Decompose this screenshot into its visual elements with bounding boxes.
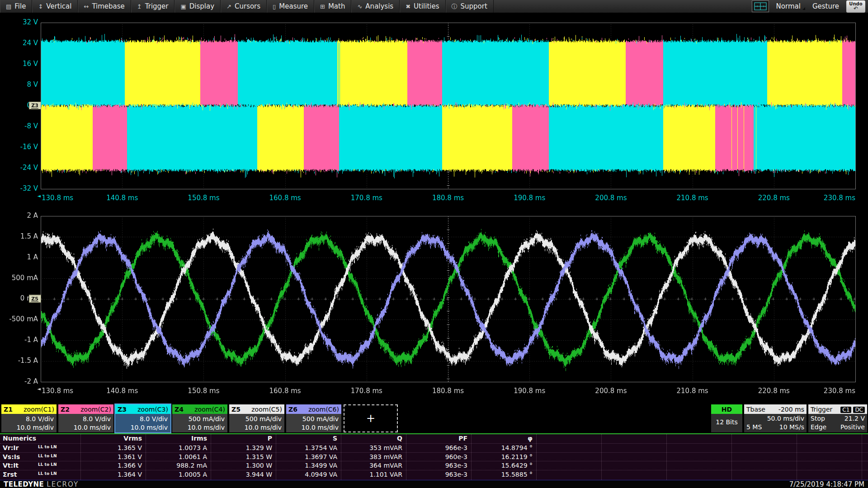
cursor-arrow-icon: ↗	[226, 4, 231, 9]
menu-item-label: Math	[328, 2, 345, 10]
value-cell: 15.5885 °	[474, 471, 533, 478]
status-bar: TELEDYNELECROY 7/25/2019 4:18:47 PM	[0, 480, 868, 488]
menu-item-timebase[interactable]: ↔Timebase	[78, 0, 131, 13]
numerics-table[interactable]: NumericsVrmsIrmsPSQPFφVr:IrLL to LN1.365…	[0, 433, 868, 481]
timebase-box-body: 50.0 ms/div5 MS10 MS/s	[744, 414, 807, 432]
value-cell: 1.101 VAR	[344, 471, 402, 478]
numerics-table-body: NumericsVrmsIrmsPSQPFφVr:IrLL to LN1.365…	[0, 434, 868, 480]
descriptor-strip: Z1zoom(C1)8.0 V/div10.0 ms/divZ2zoom(C2)…	[0, 404, 868, 433]
file-icon: ▤	[6, 4, 11, 9]
value-cell: 963e-3	[409, 462, 467, 469]
trace-descriptor-z6[interactable]: Z6zoom(C6)500 mA/div10.0 ms/div	[286, 404, 341, 432]
trace-settings: 500 mA/div10.0 ms/div	[172, 414, 227, 432]
trace-header: Z2zoom(C2)	[58, 404, 113, 414]
trace-header: Z3zoom(C3)	[115, 404, 170, 414]
menu-item-cursors[interactable]: ↗Cursors	[221, 0, 267, 13]
value-cell: 1.0073 A	[148, 444, 207, 451]
utilities-tools-icon: ✖	[406, 4, 410, 9]
measure-gauge-icon: ▯	[273, 4, 276, 9]
menu-item-label: Analysis	[365, 2, 393, 10]
menu-item-measure[interactable]: ▯Measure	[267, 0, 314, 13]
column-header-1: Irms	[148, 435, 207, 442]
calculator-icon: ⊞	[320, 4, 325, 9]
column-header-6: φ	[474, 435, 533, 442]
trace-settings: 8.0 V/div10.0 ms/div	[1, 414, 57, 432]
trigger-source-badge: C1	[840, 407, 851, 413]
trace-descriptor-z1[interactable]: Z1zoom(C1)8.0 V/div10.0 ms/div	[1, 404, 57, 432]
row-sub-label: LL to LN	[38, 462, 57, 467]
menu-item-analysis[interactable]: ∿Analysis	[351, 0, 400, 13]
value-cell: 16.2119 °	[474, 453, 533, 460]
vertical-arrows-icon: ↕	[38, 4, 43, 9]
row-sub-label: LL to LN	[38, 454, 57, 458]
numerics-row-3: ΣrstLL to LN1.364 V1.0005 A3.944 W4.0949…	[0, 470, 868, 479]
menu-item-label: Measure	[279, 2, 308, 10]
trace-descriptor-z5[interactable]: Z5zoom(C5)500 mA/div10.0 ms/div	[229, 404, 284, 432]
trace-id: Z6	[288, 406, 297, 413]
value-cell: 960e-3	[409, 453, 467, 460]
value-cell: 1.0061 A	[148, 453, 207, 460]
trace-header: Z5zoom(C5)	[229, 404, 284, 414]
waveform-display[interactable]	[0, 13, 868, 401]
row-label: Vt:It	[3, 462, 19, 469]
hd-mode-box[interactable]: HD12 Bits	[711, 404, 742, 432]
gesture-button[interactable]: Gesture	[812, 2, 839, 10]
trigger-box[interactable]: TriggerC1DCStop21.2 VEdgePositive	[808, 404, 867, 432]
menu-item-support[interactable]: ⓘSupport	[446, 0, 494, 13]
column-header-0: Vrms	[83, 435, 142, 442]
value-cell: 1.329 W	[213, 444, 272, 451]
trace-id: Z5	[231, 406, 241, 413]
value-cell: 14.8794 °	[474, 444, 533, 451]
menu-item-label: Display	[189, 2, 214, 10]
value-cell: 3.944 W	[213, 471, 272, 478]
menu-item-math[interactable]: ⊞Math	[314, 0, 351, 13]
info-icon: ⓘ	[452, 4, 458, 9]
menu-item-vertical[interactable]: ↕Vertical	[32, 0, 78, 13]
numerics-row-1: Vs:IsLL to LN1.361 V1.0061 A1.315 W1.369…	[0, 452, 868, 461]
brand-secondary: LECROY	[47, 480, 79, 488]
trigger-box-header: TriggerC1DC	[808, 404, 867, 414]
trigger-box-body: Stop21.2 VEdgePositive	[808, 414, 867, 432]
timebase-box[interactable]: Tbase-200 ms50.0 ms/div5 MS10 MS/s	[744, 404, 807, 432]
menu-item-label: Support	[461, 2, 487, 10]
trace-source: zoom(C2)	[80, 406, 111, 413]
value-cell: 1.3697 VA	[278, 453, 337, 460]
trace-descriptor-z2[interactable]: Z2zoom(C2)8.0 V/div10.0 ms/div	[58, 404, 113, 432]
numerics-row-2: Vt:ItLL to LN1.366 V988.2 mA1.300 W1.349…	[0, 461, 868, 470]
column-header-2: P	[213, 435, 272, 442]
value-cell: 1.366 V	[83, 462, 142, 469]
menu-item-file[interactable]: ▤File	[0, 0, 32, 13]
menu-item-label: File	[14, 2, 26, 10]
menu-item-display[interactable]: ▣Display	[175, 0, 221, 13]
timebase-box-header: Tbase-200 ms	[744, 404, 807, 414]
trigger-coupling-badge: DC	[853, 407, 865, 413]
menu-item-trigger[interactable]: ↥Trigger	[131, 0, 175, 13]
value-cell: 364 mVAR	[344, 462, 402, 469]
menu-item-label: Timebase	[92, 2, 124, 10]
menu-item-utilities[interactable]: ✖Utilities	[400, 0, 445, 13]
value-cell: 1.0005 A	[148, 471, 207, 478]
numerics-row-0: Vr:IrLL to LN1.365 V1.0073 A1.329 W1.375…	[0, 443, 868, 452]
numerics-title: Numerics	[3, 435, 36, 442]
dropdown-caret-icon	[802, 7, 805, 10]
row-label: Vr:Ir	[3, 444, 19, 451]
column-header-4: Q	[344, 435, 402, 442]
display-mode-selector[interactable]: Normal	[776, 2, 805, 10]
value-cell: 1.300 W	[213, 462, 272, 469]
trace-descriptor-z4[interactable]: Z4zoom(C4)500 mA/div10.0 ms/div	[172, 404, 227, 432]
grid-display-button[interactable]	[752, 0, 769, 12]
oscilloscope-screen: ▤File↕Vertical↔Timebase↥Trigger▣Display↗…	[0, 0, 868, 488]
trace-header: Z6zoom(C6)	[286, 404, 341, 414]
grid-display-icon	[754, 2, 767, 10]
trace-source: zoom(C1)	[24, 406, 54, 413]
display-monitor-icon: ▣	[180, 4, 186, 9]
trace-source: zoom(C4)	[194, 406, 225, 413]
hd-mode-box-header: HD	[711, 404, 742, 414]
trace-descriptor-z3[interactable]: Z3zoom(C3)8.0 V/div10.0 ms/div	[115, 404, 170, 432]
menu-right-cluster: Normal Gesture Undo ↶	[752, 0, 868, 13]
trace-header: Z1zoom(C1)	[1, 404, 57, 414]
hd-mode-box-body: 12 Bits	[711, 414, 742, 427]
add-trace-button[interactable]: +	[344, 404, 398, 432]
undo-button[interactable]: Undo ↶	[846, 0, 865, 13]
column-header-5: PF	[409, 435, 467, 442]
